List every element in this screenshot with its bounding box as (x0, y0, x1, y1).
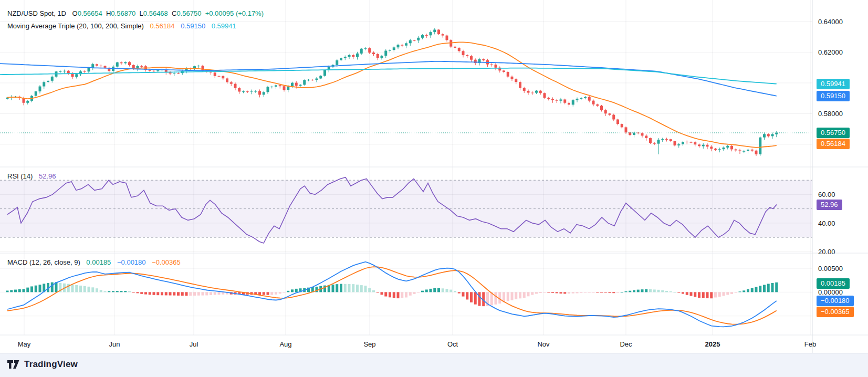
macd-hist-badge: 0.00185 (817, 278, 850, 289)
ma100-price-badge: 0.59150 (817, 91, 850, 101)
price-change: +0.00095 (+0.17%) (205, 9, 264, 17)
tradingview-logo-icon (7, 359, 20, 370)
macd-hist-value: 0.00185 (86, 258, 111, 266)
macd-indicator-title[interactable]: MACD (12, 26, close, 9) (7, 258, 80, 266)
ma-legend-row[interactable]: Moving Average Triple (20, 100, 200, Sim… (7, 22, 240, 30)
sma-200-line (0, 68, 777, 84)
macd-legend-row[interactable]: MACD (12, 26, close, 9) 0.00185 −0.00180… (7, 258, 185, 266)
gridlines (0, 0, 812, 335)
rsi-tick: 60.00 (818, 191, 835, 198)
macd-panel[interactable] (6, 262, 778, 327)
price-scale[interactable]: 0.64000 0.62000 0.58000 60.00 40.00 20.0… (812, 0, 868, 353)
symbol-legend-row[interactable]: NZD/USD Spot, 1D O0.56654 H0.56870 L0.56… (7, 9, 264, 17)
chart-canvas[interactable] (0, 0, 868, 353)
macd-line-value: −0.00180 (117, 258, 146, 266)
time-label-year: 2025 (705, 340, 720, 348)
rsi-tick: 20.00 (818, 248, 835, 256)
ohlc-low: L0.56468 (140, 9, 168, 17)
ma-indicator-title[interactable]: Moving Average Triple (20, 100, 200, Sim… (7, 22, 144, 30)
price-panel[interactable] (0, 28, 812, 156)
time-label: Jul (190, 340, 198, 348)
sma-20-line (7, 42, 777, 148)
time-label: Aug (279, 340, 291, 348)
tradingview-brand[interactable]: TradingView (7, 359, 78, 370)
time-label: Sep (363, 340, 375, 348)
time-label: Dec (620, 340, 632, 348)
rsi-value: 52.96 (39, 172, 56, 180)
time-label: May (18, 340, 31, 348)
time-label: Nov (537, 340, 549, 348)
rsi-legend-row[interactable]: RSI (14) 52.96 (7, 172, 60, 180)
rsi-value-badge: 52.96 (817, 200, 842, 210)
brand-name: TradingView (24, 359, 78, 370)
ma20-value: 0.56184 (150, 22, 175, 30)
symbol-title[interactable]: NZD/USD Spot, 1D (7, 9, 66, 17)
ma200-value: 0.59941 (212, 22, 236, 30)
ohlc-close: C0.56750 (172, 9, 201, 17)
macd-tick: 0.00000 (818, 288, 843, 296)
time-scale[interactable]: May Jun Jul Aug Sep Oct Nov Dec 2025 Feb (0, 335, 812, 353)
macd-line-badge: −0.00180 (817, 296, 854, 306)
rsi-panel[interactable] (0, 177, 812, 243)
time-label: Jun (109, 340, 120, 348)
price-tick: 0.62000 (818, 48, 843, 56)
macd-signal-badge: −0.00365 (817, 307, 854, 317)
price-tick: 0.58000 (818, 110, 843, 118)
ma20-price-badge: 0.56184 (817, 139, 850, 149)
ma200-price-badge: 0.59941 (817, 79, 850, 89)
rsi-tick: 40.00 (818, 219, 835, 227)
ma100-value: 0.59150 (181, 22, 205, 30)
macd-line (7, 262, 777, 327)
ohlc-high: H0.56870 (106, 9, 135, 17)
macd-tick: 0.00500 (818, 265, 843, 273)
ohlc-open: O0.56654 (72, 9, 102, 17)
price-tick: 0.64000 (818, 17, 843, 25)
time-label: Oct (447, 340, 458, 348)
chart-area[interactable]: NZD/USD Spot, 1D O0.56654 H0.56870 L0.56… (0, 0, 868, 353)
macd-signal-value: −0.00365 (152, 258, 181, 266)
rsi-indicator-title[interactable]: RSI (14) (7, 172, 33, 180)
last-price-badge: 0.56750 (817, 128, 850, 138)
